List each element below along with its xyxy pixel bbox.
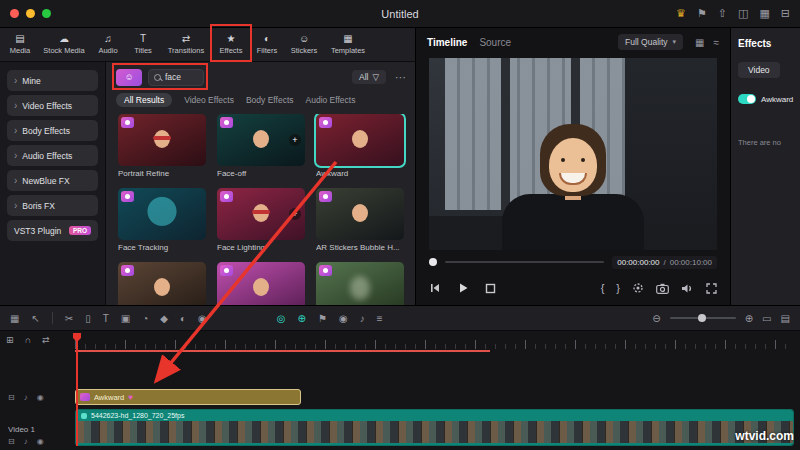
quality-dropdown[interactable]: Full Quality▾ bbox=[618, 34, 683, 50]
face-category-button[interactable]: ☺ bbox=[116, 69, 142, 86]
color-icon[interactable]: ◐ bbox=[180, 313, 186, 324]
inspector-video-tab[interactable]: Video bbox=[738, 62, 780, 78]
mask-icon[interactable]: ◉ bbox=[198, 313, 207, 324]
chip-video-effects[interactable]: Video Effects bbox=[184, 95, 234, 105]
tab-titles[interactable]: TTitles bbox=[126, 28, 160, 61]
search-box[interactable] bbox=[148, 69, 204, 86]
effect-thumbnail[interactable] bbox=[316, 188, 404, 240]
tab-transitions[interactable]: ⇄Transitions bbox=[160, 28, 212, 61]
voiceover-icon[interactable]: ♪ bbox=[360, 313, 365, 324]
seek-handle[interactable] bbox=[429, 258, 437, 266]
scopes-icon[interactable]: ≈ bbox=[714, 37, 720, 48]
zoom-in-icon[interactable]: ⊕ bbox=[745, 313, 753, 324]
settings-gear-icon[interactable] bbox=[632, 282, 644, 294]
crop-icon[interactable]: ▣ bbox=[121, 313, 130, 324]
mute-icon[interactable]: ♪ bbox=[24, 393, 28, 402]
effect-card-row3-3[interactable] bbox=[316, 262, 404, 305]
effect-thumbnail[interactable] bbox=[118, 188, 206, 240]
lock-icon[interactable]: ⊟ bbox=[8, 393, 15, 402]
timeline-effect-clip-awkward[interactable]: Awkward ♥ bbox=[75, 389, 301, 405]
playhead[interactable] bbox=[76, 333, 78, 446]
mute-icon[interactable]: ♪ bbox=[24, 437, 28, 446]
export-icon[interactable]: ⇧ bbox=[718, 7, 727, 20]
split-icon[interactable]: ✂ bbox=[65, 313, 73, 324]
mark-out-button[interactable]: } bbox=[616, 282, 620, 294]
effect-thumbnail[interactable] bbox=[118, 114, 206, 166]
magnet-icon[interactable]: ∩ bbox=[25, 335, 31, 345]
track-manager-icon[interactable]: ▤ bbox=[781, 313, 790, 324]
effect-thumbnail[interactable]: + bbox=[217, 188, 305, 240]
mixer-icon[interactable]: ≡ bbox=[377, 313, 383, 324]
effect-card-ar-stickers[interactable]: AR Stickers Bubble H... bbox=[316, 188, 404, 256]
manage-tracks-icon[interactable]: ⊞ bbox=[6, 335, 14, 345]
tab-media[interactable]: ▤Media bbox=[2, 28, 38, 61]
mark-in-button[interactable]: { bbox=[601, 282, 605, 294]
tab-audio[interactable]: ♫Audio bbox=[90, 28, 126, 61]
effect-card-row3-1[interactable] bbox=[118, 262, 206, 305]
tab-templates[interactable]: ▦Templates bbox=[324, 28, 372, 61]
effect-thumbnail[interactable]: + bbox=[217, 114, 305, 166]
grid-view-icon[interactable]: ▦ bbox=[695, 37, 704, 48]
screen-record-icon[interactable]: ⊟ bbox=[781, 7, 790, 20]
effect-card-face-tracking[interactable]: Face Tracking bbox=[118, 188, 206, 256]
previous-frame-button[interactable] bbox=[429, 282, 441, 294]
video-viewport[interactable] bbox=[429, 58, 717, 250]
effect-card-portrait-refine[interactable]: Portrait Refine bbox=[118, 114, 206, 182]
chroma-key-icon[interactable]: ◎ bbox=[277, 313, 286, 324]
add-effect-button[interactable]: + bbox=[289, 208, 301, 220]
effect-card-awkward[interactable]: Awkward bbox=[316, 114, 404, 182]
play-button[interactable] bbox=[457, 282, 469, 294]
chip-body-effects[interactable]: Body Effects bbox=[246, 95, 294, 105]
all-filter-dropdown[interactable]: All▽ bbox=[352, 70, 386, 84]
sidebar-item-boris-fx[interactable]: ›Boris FX bbox=[7, 195, 98, 216]
tab-filters[interactable]: ◐Filters bbox=[250, 28, 284, 61]
effect-thumbnail[interactable] bbox=[118, 262, 206, 305]
hide-icon[interactable]: ◉ bbox=[37, 393, 44, 402]
more-options-icon[interactable]: ⋯ bbox=[392, 71, 409, 84]
tab-timeline-preview[interactable]: Timeline bbox=[427, 37, 467, 48]
snapshot-icon[interactable]: ◉ bbox=[339, 313, 348, 324]
speed-icon[interactable]: ◔ bbox=[142, 313, 148, 324]
tab-effects[interactable]: ★Effects bbox=[212, 28, 250, 61]
zoom-slider[interactable] bbox=[670, 317, 736, 319]
sidebar-item-vst3-plugin[interactable]: VST3 PluginPRO bbox=[7, 220, 98, 241]
hide-icon[interactable]: ◉ bbox=[37, 437, 44, 446]
lock-icon[interactable]: ⊟ bbox=[8, 437, 15, 446]
effect-thumbnail-selected[interactable] bbox=[316, 114, 404, 166]
tab-stickers[interactable]: ☺Stickers bbox=[284, 28, 324, 61]
search-input[interactable] bbox=[165, 72, 199, 82]
effect-thumbnail[interactable] bbox=[217, 262, 305, 305]
effect-card-face-lighting[interactable]: + Face Lighting bbox=[217, 188, 305, 256]
upgrade-crown-icon[interactable]: ♛ bbox=[676, 7, 686, 20]
add-effect-button[interactable]: + bbox=[289, 134, 301, 146]
media-bin-icon[interactable]: ▦ bbox=[10, 313, 19, 324]
tab-stock-media[interactable]: ☁Stock Media bbox=[38, 28, 90, 61]
fit-timeline-icon[interactable]: ▭ bbox=[762, 313, 771, 324]
effect-thumbnail[interactable] bbox=[316, 262, 404, 305]
sidebar-item-body-effects[interactable]: ›Body Effects bbox=[7, 120, 98, 141]
seek-bar[interactable] bbox=[445, 261, 604, 263]
motion-track-icon[interactable]: ⊕ bbox=[298, 313, 306, 324]
layout-icon[interactable]: ◫ bbox=[738, 7, 748, 20]
sidebar-item-newblue-fx[interactable]: ›NewBlue FX bbox=[7, 170, 98, 191]
text-tool-icon[interactable]: T bbox=[103, 313, 109, 324]
stop-button[interactable] bbox=[485, 283, 496, 294]
sidebar-item-audio-effects[interactable]: ›Audio Effects bbox=[7, 145, 98, 166]
chip-all-results[interactable]: All Results bbox=[116, 93, 172, 107]
keyframe-icon[interactable]: ◆ bbox=[160, 313, 168, 324]
sidebar-item-video-effects[interactable]: ›Video Effects bbox=[7, 95, 98, 116]
effect-card-row3-2[interactable] bbox=[217, 262, 305, 305]
marker-icon[interactable]: ⚑ bbox=[318, 313, 327, 324]
chip-audio-effects[interactable]: Audio Effects bbox=[306, 95, 356, 105]
timeline-video-clip[interactable]: 5442623-hd_1280_720_25fps bbox=[75, 409, 794, 446]
zoom-out-icon[interactable]: ⊖ bbox=[652, 313, 660, 324]
flag-icon[interactable]: ⚑ bbox=[697, 7, 707, 20]
tab-source-preview[interactable]: Source bbox=[479, 37, 511, 48]
fullscreen-icon[interactable] bbox=[706, 283, 717, 294]
pointer-tool-icon[interactable]: ↖ bbox=[31, 313, 39, 324]
ripple-icon[interactable]: ⇄ bbox=[42, 335, 50, 345]
media-grid-icon[interactable]: ▦ bbox=[759, 7, 769, 20]
speaker-icon[interactable] bbox=[681, 283, 694, 294]
delete-icon[interactable]: ▯ bbox=[85, 313, 91, 324]
snapshot-camera-icon[interactable] bbox=[656, 283, 669, 294]
